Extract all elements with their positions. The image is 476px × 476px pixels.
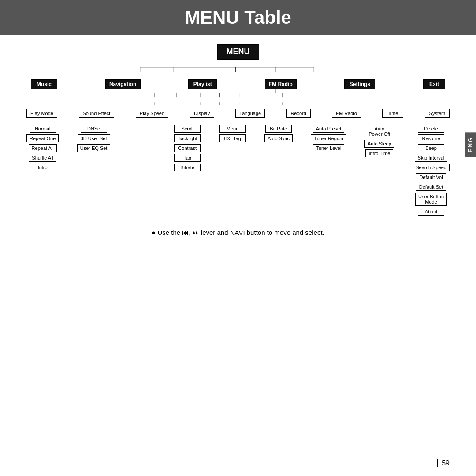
item-normal: Normal: [30, 125, 56, 133]
item-delete: Delete: [418, 125, 444, 133]
item-dnse: DNSe: [81, 125, 107, 133]
item-menu: Menu: [219, 125, 246, 133]
menu-fm-radio: FM Radio: [265, 79, 297, 89]
item-3d-user-set: 3D User Set: [78, 134, 110, 142]
menu-root: MENU: [217, 44, 259, 60]
item-backlight: Backlight: [174, 134, 201, 142]
page-title: MENU Table: [185, 7, 291, 28]
item-tag: Tag: [174, 154, 201, 162]
item-skip-interval: Skip Interval: [415, 154, 448, 162]
item-bitrate: Bitrate: [174, 164, 201, 171]
item-auto-sleep: Auto Sleep: [364, 140, 394, 148]
item-default-set: Default Set: [416, 183, 446, 191]
sound-effect-children: DNSe 3D User Set User EQ Set: [77, 125, 111, 152]
item-search-speed: Search Speed: [413, 164, 450, 171]
item-about: About: [418, 208, 444, 216]
item-auto-sync: Auto Sync: [264, 134, 293, 142]
menu-exit: Exit: [423, 79, 445, 89]
item-default-vol: Default Vol: [416, 173, 446, 181]
item-auto-power-off: AutoPower Off: [366, 125, 394, 138]
sub-record: Record: [286, 109, 311, 118]
sub-display: Display: [190, 109, 214, 118]
sub-time: Time: [382, 109, 403, 118]
item-intro-time: Intro Time: [365, 149, 393, 157]
item-scroll: Scroll: [174, 125, 201, 133]
item-repeat-one: Repeat One: [26, 134, 59, 142]
item-shuffle-all: Shuffle All: [29, 154, 56, 162]
item-user-button-mode: User ButtonMode: [415, 193, 447, 206]
item-auto-preset: Auto Preset: [313, 125, 344, 133]
item-tuner-region: Tuner Region: [311, 134, 346, 142]
instruction-text: ● Use the ⏮, ⏭ lever and NAVI button to …: [26, 229, 450, 236]
play-mode-children: Normal Repeat One Repeat All Shuffle All…: [26, 125, 59, 171]
time-children: AutoPower Off Auto Sleep Intro Time: [364, 125, 394, 157]
main-content: MENU Music Navigation Playlist FM Radio …: [0, 35, 476, 245]
menu-navigation: Navigation: [105, 79, 141, 89]
record-children: Bit Rate Auto Sync: [264, 125, 293, 142]
item-id3-tag: ID3-Tag: [219, 134, 246, 142]
menu-settings: Settings: [344, 79, 375, 89]
item-bit-rate: Bit Rate: [265, 125, 292, 133]
menu-tree: MENU Music Navigation Playlist FM Radio …: [26, 44, 450, 216]
sub-language: Language: [235, 109, 265, 118]
item-repeat-all: Repeat All: [29, 144, 57, 152]
sub-system: System: [425, 109, 450, 118]
sub-sound-effect: Sound Effect: [79, 109, 115, 118]
item-user-eq-set: User EQ Set: [77, 144, 111, 152]
page-header: MENU Table: [0, 0, 476, 35]
menu-music: Music: [31, 79, 57, 89]
item-tuner-level: Tuner Level: [313, 144, 345, 152]
item-beep: Beep: [418, 144, 444, 152]
display-children: Scroll Backlight Contrast Tag Bitrate: [174, 125, 201, 171]
fm-radio-children: Auto Preset Tuner Region Tuner Level: [311, 125, 346, 152]
sub-play-speed: Play Speed: [136, 109, 168, 118]
system-children: Delete Resume Beep Skip Interval Search …: [413, 125, 450, 216]
item-contrast: Contrast: [174, 144, 201, 152]
item-intro: Intro: [30, 164, 56, 171]
sub-play-mode: Play Mode: [26, 109, 57, 118]
item-resume: Resume: [418, 134, 444, 142]
menu-playlist: Playlist: [188, 79, 217, 89]
page-number: 59: [437, 459, 450, 467]
language-children: Menu ID3-Tag: [219, 125, 246, 142]
sub-fm-radio: FM Radio: [332, 109, 361, 118]
